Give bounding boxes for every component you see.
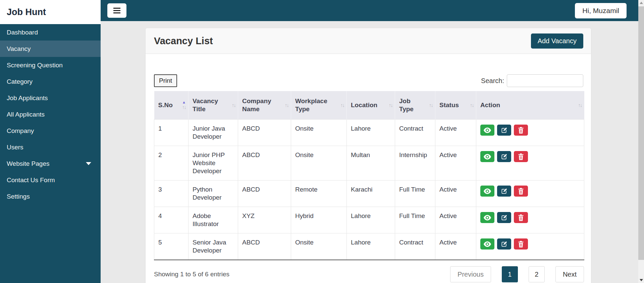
cell-vacancy-title: Adobe Illustrator [189,207,238,233]
page-title: Vacancy List [154,36,213,47]
cell-company: ABCD [238,120,291,146]
column-header-job-type[interactable]: Job Type ▲↑↓ [395,91,435,120]
edit-square-icon [501,241,507,247]
cell-status: Active [435,120,476,146]
column-header-status[interactable]: Status ▲↑↓ [435,91,476,120]
table-row: 1 Junior Java Developer ABCD Onsite Laho… [154,120,584,146]
cell-vacancy-title: Python Developer [189,181,238,207]
edit-button[interactable] [497,212,511,223]
delete-button[interactable] [514,125,528,136]
edit-square-icon [501,214,507,221]
sidebar-item-company[interactable]: Company [0,123,101,139]
sidebar-item-screening-question[interactable]: Screening Question [0,57,101,73]
edit-button[interactable] [497,238,511,250]
vacancy-table: S.No ▲↑↓ Vacancy Title ▲↑↓ Company Name … [154,91,584,260]
cell-actions [476,146,584,181]
add-vacancy-button[interactable]: Add Vacancy [531,33,583,49]
view-button[interactable] [480,212,494,223]
column-header-sno[interactable]: S.No ▲↑↓ [154,91,189,120]
trash-icon [518,214,524,221]
column-header-company-name[interactable]: Company Name ▲↑↓ [238,91,291,120]
sort-arrows-icon: ▲↑↓ [182,100,186,110]
sort-arrows-icon: ▲↑↓ [232,102,235,108]
column-header-workplace-type[interactable]: Workplace Type ▲↑↓ [291,91,347,120]
sort-arrows-icon: ▲↑↓ [389,102,392,108]
delete-button[interactable] [514,238,528,250]
eye-icon [484,215,491,221]
edit-button[interactable] [497,125,511,136]
edit-square-icon [501,127,507,134]
search-input[interactable] [507,74,583,87]
view-button[interactable] [480,186,494,197]
edit-square-icon [501,153,507,160]
print-button[interactable]: Print [154,74,177,87]
cell-location: Lahore [347,120,395,146]
sort-arrows-icon: ▲↑↓ [340,102,344,108]
edit-button[interactable] [497,186,511,197]
pagination: Previous 1 2 Next [450,266,584,282]
sidebar-item-users[interactable]: Users [0,139,101,155]
column-header-location[interactable]: Location ▲↑↓ [347,91,395,120]
cell-workplace: Onsite [291,146,347,181]
column-header-action[interactable]: Action ▲↑↓ [476,91,584,120]
table-body: 1 Junior Java Developer ABCD Onsite Laho… [154,120,584,260]
cell-sno: 5 [154,233,189,260]
sidebar-toggle-button[interactable] [107,3,126,18]
trash-icon [518,241,524,247]
view-button[interactable] [480,151,494,162]
sidebar-item-settings[interactable]: Settings [0,188,101,205]
sidebar-item-website-pages[interactable]: Website Pages [0,155,101,172]
sidebar-item-dashboard[interactable]: Dashboard [0,24,101,41]
card-body: Print Search: S.No ▲↑↓ [146,54,591,283]
search-label: Search: [481,77,504,85]
cell-location: Karachi [347,181,395,207]
eye-icon [484,154,491,160]
view-button[interactable] [480,238,494,250]
eye-icon [484,241,491,247]
cell-actions [476,233,584,260]
sidebar-item-job-applicants[interactable]: Job Applicants [0,90,101,106]
cell-job-type: Full Time [395,207,435,233]
eye-icon [484,127,491,133]
user-menu-button[interactable]: Hi, Muzamil [575,3,627,18]
eye-icon [484,188,491,194]
pagination-next-button[interactable]: Next [555,266,584,282]
table-info: Showing 1 to 5 of 6 entries [154,271,229,278]
scrollbar-thumb[interactable] [638,6,644,260]
sidebar-item-all-applicants[interactable]: All Applicants [0,106,101,123]
edit-button[interactable] [497,151,511,162]
cell-job-type: Contract [395,120,435,146]
sidebar-item-contact-us-form[interactable]: Contact Us Form [0,172,101,188]
cell-company: ABCD [238,146,291,181]
table-toolbar: Print Search: [154,74,583,87]
delete-button[interactable] [514,212,528,223]
scroll-up-arrow-icon[interactable] [638,0,644,6]
view-button[interactable] [480,125,494,136]
sidebar-item-vacancy[interactable]: Vacancy [0,41,101,57]
cell-company: ABCD [238,181,291,207]
caret-down-icon [86,162,91,165]
delete-button[interactable] [514,151,528,162]
sidebar-item-category[interactable]: Category [0,73,101,90]
vertical-scrollbar[interactable] [638,0,644,283]
cell-sno: 3 [154,181,189,207]
cell-actions [476,120,584,146]
cell-location: Lahore [347,207,395,233]
table-row: 3 Python Developer ABCD Remote Karachi F… [154,181,584,207]
trash-icon [518,127,524,134]
topbar: Hi, Muzamil [101,0,638,21]
pagination-page-1-button[interactable]: 1 [502,266,518,282]
column-header-vacancy-title[interactable]: Vacancy Title ▲↑↓ [189,91,238,120]
table-row: 4 Adobe Illustrator XYZ Hybrid Lahore Fu… [154,207,584,233]
pagination-previous-button[interactable]: Previous [450,266,491,282]
cell-job-type: Full Time [395,181,435,207]
cell-status: Active [435,181,476,207]
delete-button[interactable] [514,186,528,197]
cell-actions [476,207,584,233]
cell-sno: 4 [154,207,189,233]
cell-sno: 1 [154,120,189,146]
scroll-down-arrow-icon[interactable] [638,277,644,283]
pagination-page-2-button[interactable]: 2 [529,266,545,282]
sort-arrows-icon: ▲↑↓ [285,102,288,108]
sort-arrows-icon: ▲↑↓ [470,102,474,108]
